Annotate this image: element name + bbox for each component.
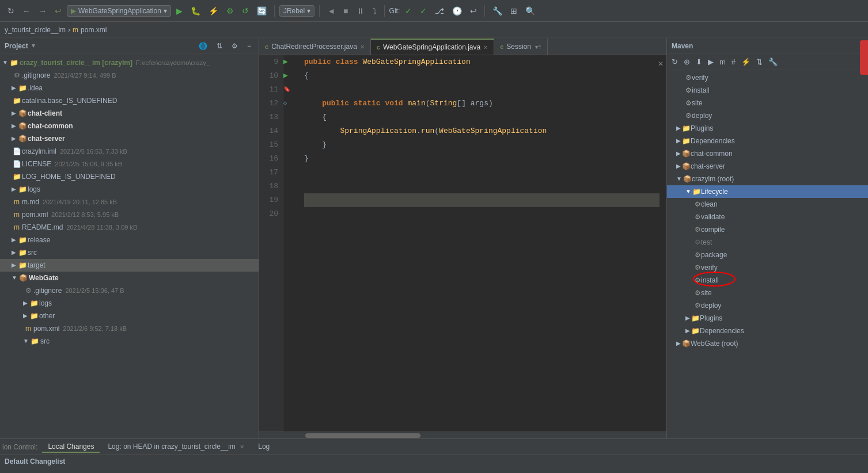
git-time-btn[interactable]: 🕐 xyxy=(449,5,465,17)
list-item[interactable]: m README.md 2021/4/28 11:38, 3.09 kB xyxy=(0,221,259,234)
debug-button[interactable]: 🐛 xyxy=(188,5,203,17)
maven-deps-crazylm[interactable]: ▶ 📁 Dependencies xyxy=(667,325,868,337)
undo-button[interactable]: ↩ xyxy=(52,5,65,17)
list-item[interactable]: 📄 LICENSE 2021/2/5 15:06, 9.35 kB xyxy=(0,158,259,170)
git-revert-btn[interactable]: ↩ xyxy=(467,5,480,17)
run-button[interactable]: ▶ xyxy=(173,5,185,17)
list-item[interactable]: ▶ 📁 .idea xyxy=(0,82,259,94)
maven-chat-common[interactable]: ▶ 📦 chat-common xyxy=(667,147,868,160)
code-editor[interactable]: public class WebGateSpringApplication { … xyxy=(297,55,666,432)
project-settings-btn[interactable]: ⚙ xyxy=(229,40,241,52)
list-item[interactable]: ▶ 📦 chat-common xyxy=(0,120,259,132)
list-item[interactable]: ▶ 📁 logs xyxy=(0,297,259,310)
maven-test[interactable]: ⚙ test xyxy=(667,236,868,249)
breadcrumb-file[interactable]: pom.xml xyxy=(81,26,107,34)
maven-webgate-root[interactable]: ▶ 📦 WebGate (root) xyxy=(667,337,868,350)
tab-close-btn[interactable]: ✕ xyxy=(483,44,488,51)
list-item[interactable]: ⚙ .gitignore 2021/4/27 9:14, 499 B xyxy=(0,69,259,82)
maven-run-btn[interactable]: ▶ xyxy=(706,56,716,67)
list-item[interactable]: ▼ 📦 WebGate xyxy=(0,272,259,284)
list-item[interactable]: 📄 crazylm.iml 2021/2/5 16:53, 7.33 kB xyxy=(0,145,259,158)
maven-install[interactable]: ⚙ install xyxy=(667,274,868,287)
maven-download-btn[interactable]: ⬇ xyxy=(693,56,704,67)
list-item[interactable]: m pom.xml 2021/2/12 8:53, 5.95 kB xyxy=(0,208,259,221)
coverage-button[interactable]: ⚡ xyxy=(206,5,221,17)
maven-skip-btn[interactable]: # xyxy=(729,56,738,67)
list-item[interactable]: ▶ 📦 chat-client xyxy=(0,107,259,120)
list-item[interactable]: ⚙ .gitignore 2021/2/5 15:06, 47 B xyxy=(0,284,259,297)
run-marker-12[interactable]: ▶ xyxy=(283,69,297,83)
maven-settings-btn[interactable]: 🔧 xyxy=(766,56,780,67)
list-item[interactable]: 📁 LOG_HOME_IS_UNDEFINED xyxy=(0,170,259,183)
maven-stop-btn[interactable]: m xyxy=(717,56,728,67)
git-branch-btn[interactable]: ⎇ xyxy=(432,5,447,17)
maven-deploy-top[interactable]: ⚙ deploy xyxy=(667,109,868,122)
maven-package[interactable]: ⚙ package xyxy=(667,249,868,261)
git-stop-btn[interactable]: ■ xyxy=(340,5,351,17)
list-item[interactable]: m pom.xml 2021/2/6 9:52, 7.18 kB xyxy=(0,322,259,335)
git-check2-btn[interactable]: ✓ xyxy=(417,5,430,17)
back-button[interactable]: ← xyxy=(20,5,33,17)
maven-compile[interactable]: ⚙ compile xyxy=(667,223,868,236)
project-sort-btn[interactable]: ⇅ xyxy=(214,40,225,52)
profile-button[interactable]: ⚙ xyxy=(223,5,237,17)
maven-site-top[interactable]: ⚙ site xyxy=(667,97,868,109)
list-item[interactable]: ▼ 📁 src xyxy=(0,335,259,348)
settings-btn[interactable]: 🔧 xyxy=(490,5,505,17)
project-globe-btn[interactable]: 🌐 xyxy=(196,40,210,52)
tab-chat-redirect[interactable]: c ChatRedirectProcesser.java ✕ xyxy=(259,39,371,55)
list-item[interactable]: ▶ 📁 logs xyxy=(0,183,259,196)
git-step-btn[interactable]: ⤵ xyxy=(370,5,380,17)
forward-button[interactable]: → xyxy=(36,5,50,17)
maven-chat-server[interactable]: ▶ 📦 chat-server xyxy=(667,160,868,173)
list-item[interactable]: ▶ 📁 target xyxy=(0,259,259,272)
search-btn[interactable]: 🔍 xyxy=(522,5,538,17)
maven-lifecycle-node[interactable]: ▼ 📁 Lifecycle xyxy=(667,185,868,198)
list-item[interactable]: ▶ 📁 src xyxy=(0,246,259,259)
maven-sort-btn[interactable]: ⇅ xyxy=(754,56,765,67)
maven-clean[interactable]: ⚙ clean xyxy=(667,198,868,211)
git-suspend-btn[interactable]: ⏸ xyxy=(354,5,367,17)
git-check-btn[interactable]: ✓ xyxy=(402,5,415,17)
scrollbar-thumb[interactable] xyxy=(305,433,420,438)
list-item[interactable]: 📁 catalina.base_IS_UNDEFINED xyxy=(0,94,259,107)
maven-add-btn[interactable]: ⊕ xyxy=(681,56,692,67)
maven-refresh-btn[interactable]: ↻ xyxy=(669,56,680,67)
maven-plugins-crazylm[interactable]: ▶ 📁 Plugins xyxy=(667,312,868,325)
layout-btn[interactable]: ⊞ xyxy=(507,5,520,17)
maven-deps-top[interactable]: ▶ 📁 Dependencies xyxy=(667,135,868,147)
update-button[interactable]: 🔄 xyxy=(254,5,270,17)
maven-verify-top[interactable]: ⚙ verify xyxy=(667,71,868,84)
list-item[interactable]: ▶ 📁 other xyxy=(0,310,259,322)
run-marker-9[interactable]: ▶ xyxy=(283,55,297,69)
refresh-button[interactable]: ↻ xyxy=(5,5,17,17)
tab-log-head[interactable]: Log: on HEAD in crazy_tourist_circle__im… xyxy=(102,441,250,453)
maven-side-tab[interactable] xyxy=(860,40,868,75)
tab-log[interactable]: Log xyxy=(252,441,275,453)
maven-validate[interactable]: ⚙ validate xyxy=(667,211,868,223)
list-item[interactable]: ▶ 📁 release xyxy=(0,234,259,246)
tab-log-close[interactable]: ✕ xyxy=(240,444,244,450)
list-item[interactable]: m m.md 2021/4/19 20:11, 12.85 kB xyxy=(0,196,259,208)
project-close-btn[interactable]: − xyxy=(244,40,254,52)
breadcrumb-project[interactable]: y_tourist_circle__im xyxy=(5,26,66,34)
tree-root[interactable]: ▼ 📁 crazy_tourist_circle__im [crazyIm] F… xyxy=(0,56,259,69)
maven-crazylm-root[interactable]: ▼ 📦 crazylm (root) xyxy=(667,173,868,185)
maven-install-top[interactable]: ⚙ install xyxy=(667,84,868,97)
git-back-btn[interactable]: ◄ xyxy=(324,5,338,17)
maven-plugins-top[interactable]: ▶ 📁 Plugins xyxy=(667,122,868,135)
app-dropdown[interactable]: ▶ WebGateSpringApplication ▾ xyxy=(67,5,171,17)
maven-site[interactable]: ⚙ site xyxy=(667,287,868,299)
tab-webgate-spring[interactable]: c WebGateSpringApplication.java ✕ xyxy=(371,39,494,55)
maven-lightning-btn[interactable]: ⚡ xyxy=(739,56,753,67)
horizontal-scrollbar[interactable] xyxy=(259,432,666,438)
list-item[interactable]: ▶ 📦 chat-server xyxy=(0,132,259,145)
tab-local-changes[interactable]: Local Changes xyxy=(42,441,100,453)
tab-close-btn[interactable]: ✕ xyxy=(360,44,365,50)
maven-verify[interactable]: ⚙ verify xyxy=(667,261,868,274)
tab-session[interactable]: c Session ▾≡ xyxy=(494,39,548,55)
reload-button[interactable]: ↺ xyxy=(239,5,252,17)
jrebel-dropdown[interactable]: JRebel ▾ xyxy=(279,5,314,17)
editor-close-btn[interactable]: ✕ xyxy=(658,60,664,68)
maven-deploy[interactable]: ⚙ deploy xyxy=(667,299,868,312)
